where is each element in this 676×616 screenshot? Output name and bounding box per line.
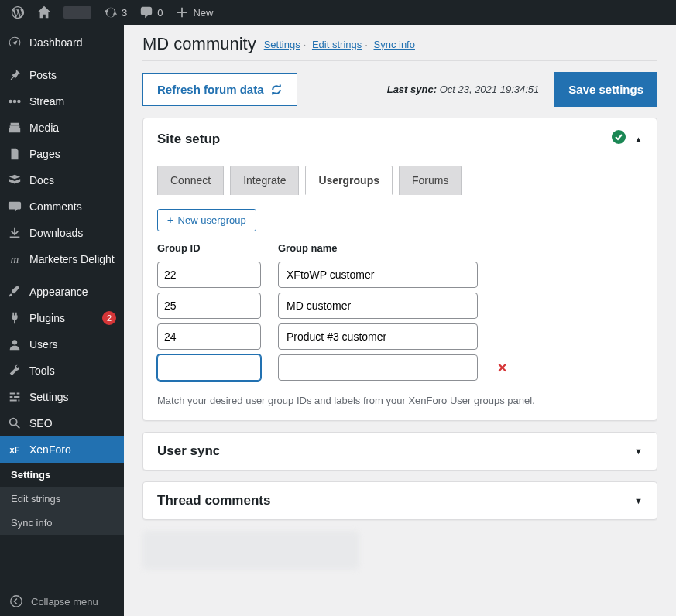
brush-icon <box>8 285 22 299</box>
panel-user-sync: User sync ▼ <box>142 432 657 471</box>
usergroup-row <box>157 262 643 288</box>
site-name[interactable] <box>57 0 98 25</box>
docs-icon <box>8 173 22 187</box>
sidebar-item-users[interactable]: Users <box>0 331 124 358</box>
collapse-icon <box>9 594 23 608</box>
menu-label: Marketers Delight <box>29 253 116 265</box>
last-sync-value: Oct 23, 2021 19:34:51 <box>440 84 540 95</box>
stream-icon <box>8 94 22 108</box>
menu-label: SEO <box>29 417 116 429</box>
panel-header-site-setup[interactable]: Site setup ▲ <box>143 118 657 159</box>
plus-icon: + <box>167 214 173 226</box>
page-header: MD community Settings· Edit strings· Syn… <box>142 34 657 61</box>
group-name-input[interactable] <box>278 354 478 381</box>
refresh-label: Refresh forum data <box>157 83 264 96</box>
plus-icon <box>175 5 189 19</box>
menu-label: XenForo <box>29 443 116 456</box>
sidebar-item-settings[interactable]: Settings <box>0 384 124 410</box>
tab-edit-strings[interactable]: Edit strings <box>312 39 362 50</box>
sidebar-item-posts[interactable]: Posts <box>0 62 124 88</box>
col-group-id: Group ID <box>157 242 261 254</box>
sidebar-item-docs[interactable]: Docs <box>0 167 124 193</box>
group-name-input[interactable] <box>278 323 478 350</box>
refresh-button[interactable]: Refresh forum data <box>142 73 297 106</box>
submenu-settings[interactable]: Settings <box>0 463 124 487</box>
group-id-input[interactable] <box>157 354 261 381</box>
panel-header-thread-comments[interactable]: Thread comments ▼ <box>143 482 657 519</box>
chevron-up-icon: ▲ <box>634 135 643 144</box>
menu-label: Stream <box>29 95 116 108</box>
sidebar-item-stream[interactable]: Stream <box>0 88 124 115</box>
collapse-menu[interactable]: Collapse menu <box>0 587 124 616</box>
panel-title: User sync <box>157 443 220 459</box>
panel-header-user-sync[interactable]: User sync ▼ <box>143 433 657 470</box>
refresh-icon <box>104 5 118 19</box>
menu-label: Appearance <box>29 286 116 298</box>
itab-forums[interactable]: Forums <box>399 166 462 195</box>
panel-title: Thread comments <box>157 493 270 508</box>
sidebar-item-appearance[interactable]: Appearance <box>0 279 124 305</box>
group-name-input[interactable] <box>278 293 478 319</box>
refresh-icon <box>270 84 283 96</box>
updates-link[interactable]: 3 <box>98 0 133 25</box>
panel-title: Site setup <box>157 132 220 147</box>
downloads-icon <box>8 226 22 240</box>
group-id-input[interactable] <box>157 323 261 350</box>
submenu: Settings Edit strings Sync info <box>0 463 124 535</box>
menu-label: Pages <box>29 148 116 160</box>
panel-site-setup: Site setup ▲ Connect Integrate Usergroup… <box>142 118 657 421</box>
menu-label: Dashboard <box>29 36 116 49</box>
menu-label: Posts <box>29 69 116 81</box>
sidebar-item-plugins[interactable]: Plugins2 <box>0 305 124 331</box>
sidebar-item-seo[interactable]: SEO <box>0 410 124 436</box>
usergroup-row: ✕ <box>157 354 643 381</box>
svg-point-2 <box>17 100 21 104</box>
main-content: MD community Settings· Edit strings· Syn… <box>124 25 676 616</box>
new-usergroup-label: New usergroup <box>178 214 246 226</box>
sidebar-item-dashboard[interactable]: Dashboard <box>0 29 124 56</box>
usergroup-row <box>157 293 643 319</box>
new-link[interactable]: New <box>169 0 219 25</box>
home-link[interactable] <box>31 0 57 25</box>
itab-integrate[interactable]: Integrate <box>230 166 299 195</box>
plugin-icon <box>8 311 22 325</box>
header-tabs: Settings· Edit strings· Sync info <box>264 39 415 50</box>
svg-point-6 <box>612 130 626 144</box>
group-name-input[interactable] <box>278 262 478 288</box>
new-usergroup-button[interactable]: + New usergroup <box>157 209 256 231</box>
wordpress-icon <box>11 5 25 19</box>
submenu-sync-info[interactable]: Sync info <box>0 511 124 535</box>
menu-label: Plugins <box>29 312 94 324</box>
sidebar-item-marketers-delight[interactable]: mMarketers Delight <box>0 246 124 272</box>
svg-point-5 <box>11 596 22 607</box>
sidebar-item-comments[interactable]: Comments <box>0 193 124 220</box>
update-badge: 2 <box>102 311 116 325</box>
admin-bar: 3 0 New <box>0 0 676 25</box>
menu-label: Tools <box>29 364 116 377</box>
check-icon <box>611 129 626 149</box>
menu-label: Comments <box>29 200 116 213</box>
sidebar-item-tools[interactable]: Tools <box>0 358 124 384</box>
group-id-input[interactable] <box>157 293 261 319</box>
submenu-edit-strings[interactable]: Edit strings <box>0 487 124 511</box>
sidebar-item-pages[interactable]: Pages <box>0 141 124 167</box>
delete-icon[interactable]: ✕ <box>495 361 509 375</box>
tab-settings[interactable]: Settings <box>264 39 300 50</box>
col-group-name: Group name <box>278 242 338 254</box>
tab-sync-info[interactable]: Sync info <box>373 39 414 50</box>
usergroup-hint: Match your desired user group IDs and la… <box>157 395 643 406</box>
sidebar-item-downloads[interactable]: Downloads <box>0 220 124 246</box>
group-id-input[interactable] <box>157 262 261 288</box>
dashboard-icon <box>8 36 22 50</box>
menu-label: Downloads <box>29 227 116 239</box>
save-button[interactable]: Save settings <box>554 72 657 107</box>
menu-label: Docs <box>29 174 116 187</box>
toolbar: Refresh forum data Last sync: Oct 23, 20… <box>142 72 657 107</box>
sidebar-item-xenforo[interactable]: xFXenForo <box>0 436 124 463</box>
comments-icon <box>8 200 22 214</box>
wp-logo[interactable] <box>5 0 31 25</box>
sidebar-item-media[interactable]: Media <box>0 115 124 141</box>
comments-link[interactable]: 0 <box>133 0 169 25</box>
itab-usergroups[interactable]: Usergroups <box>305 166 393 195</box>
itab-connect[interactable]: Connect <box>157 166 224 195</box>
